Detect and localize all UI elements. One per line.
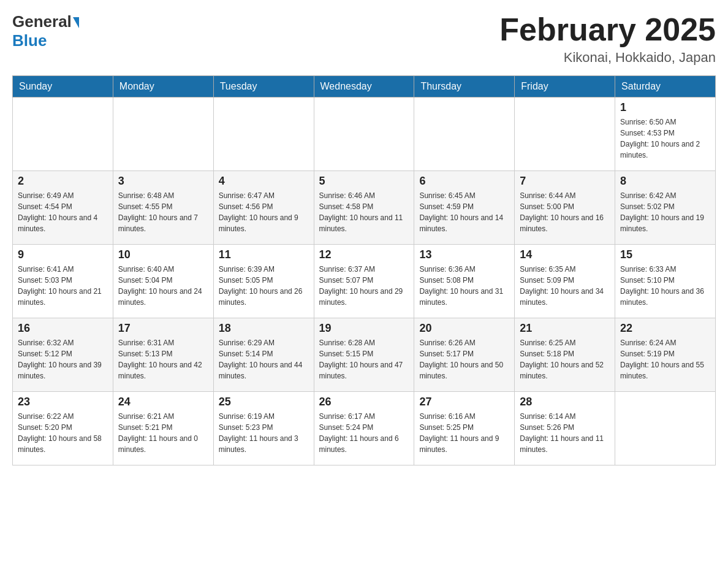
day-info: Sunrise: 6:21 AMSunset: 5:21 PMDaylight:… bbox=[118, 411, 208, 455]
day-info: Sunrise: 6:29 AMSunset: 5:14 PMDaylight:… bbox=[219, 337, 309, 381]
calendar-cell: 7Sunrise: 6:44 AMSunset: 5:00 PMDaylight… bbox=[515, 171, 615, 245]
day-info: Sunrise: 6:24 AMSunset: 5:19 PMDaylight:… bbox=[620, 337, 710, 381]
day-number: 6 bbox=[419, 175, 509, 188]
day-number: 9 bbox=[18, 248, 108, 261]
day-number: 15 bbox=[620, 248, 710, 261]
day-info: Sunrise: 6:48 AMSunset: 4:55 PMDaylight:… bbox=[118, 190, 208, 234]
calendar-week-2: 2Sunrise: 6:49 AMSunset: 4:54 PMDaylight… bbox=[13, 171, 716, 245]
day-number: 20 bbox=[419, 322, 509, 335]
day-number: 12 bbox=[319, 248, 409, 261]
day-info: Sunrise: 6:26 AMSunset: 5:17 PMDaylight:… bbox=[419, 337, 509, 381]
calendar-cell bbox=[314, 98, 414, 171]
calendar-header: SundayMondayTuesdayWednesdayThursdayFrid… bbox=[13, 76, 716, 98]
day-info: Sunrise: 6:49 AMSunset: 4:54 PMDaylight:… bbox=[18, 190, 108, 234]
calendar-cell bbox=[515, 98, 615, 171]
calendar-cell bbox=[615, 392, 716, 465]
day-number: 17 bbox=[118, 322, 208, 335]
day-info: Sunrise: 6:46 AMSunset: 4:58 PMDaylight:… bbox=[319, 190, 409, 234]
title-section: February 2025 Kikonai, Hokkaido, Japan bbox=[499, 12, 716, 66]
weekday-wednesday: Wednesday bbox=[314, 76, 414, 98]
calendar-cell: 21Sunrise: 6:25 AMSunset: 5:18 PMDayligh… bbox=[515, 318, 615, 392]
day-number: 3 bbox=[118, 175, 208, 188]
day-info: Sunrise: 6:45 AMSunset: 4:59 PMDaylight:… bbox=[419, 190, 509, 234]
calendar-cell: 16Sunrise: 6:32 AMSunset: 5:12 PMDayligh… bbox=[13, 318, 113, 392]
weekday-monday: Monday bbox=[113, 76, 213, 98]
calendar-cell: 6Sunrise: 6:45 AMSunset: 4:59 PMDaylight… bbox=[414, 171, 515, 245]
day-number: 26 bbox=[319, 396, 409, 408]
day-number: 19 bbox=[319, 322, 409, 335]
calendar-week-3: 9Sunrise: 6:41 AMSunset: 5:03 PMDaylight… bbox=[13, 245, 716, 318]
calendar-week-1: 1Sunrise: 6:50 AMSunset: 4:53 PMDaylight… bbox=[13, 98, 716, 171]
day-number: 23 bbox=[18, 396, 108, 408]
day-info: Sunrise: 6:16 AMSunset: 5:25 PMDaylight:… bbox=[419, 411, 509, 455]
day-info: Sunrise: 6:35 AMSunset: 5:09 PMDaylight:… bbox=[520, 264, 610, 308]
weekday-thursday: Thursday bbox=[414, 76, 515, 98]
day-info: Sunrise: 6:22 AMSunset: 5:20 PMDaylight:… bbox=[18, 411, 108, 455]
calendar-cell: 13Sunrise: 6:36 AMSunset: 5:08 PMDayligh… bbox=[414, 245, 515, 318]
calendar-table: SundayMondayTuesdayWednesdayThursdayFrid… bbox=[12, 75, 716, 465]
day-info: Sunrise: 6:37 AMSunset: 5:07 PMDaylight:… bbox=[319, 264, 409, 308]
calendar-cell: 17Sunrise: 6:31 AMSunset: 5:13 PMDayligh… bbox=[113, 318, 213, 392]
calendar-cell: 3Sunrise: 6:48 AMSunset: 4:55 PMDaylight… bbox=[113, 171, 213, 245]
calendar-cell: 5Sunrise: 6:46 AMSunset: 4:58 PMDaylight… bbox=[314, 171, 414, 245]
calendar-cell: 24Sunrise: 6:21 AMSunset: 5:21 PMDayligh… bbox=[113, 392, 213, 465]
day-number: 24 bbox=[118, 396, 208, 408]
day-number: 4 bbox=[219, 175, 309, 188]
day-number: 5 bbox=[319, 175, 409, 188]
calendar-cell bbox=[213, 98, 314, 171]
day-number: 13 bbox=[419, 248, 509, 261]
calendar-cell: 26Sunrise: 6:17 AMSunset: 5:24 PMDayligh… bbox=[314, 392, 414, 465]
page-header: General Blue February 2025 Kikonai, Hokk… bbox=[12, 12, 716, 66]
logo: General Blue bbox=[12, 12, 79, 50]
calendar-cell: 22Sunrise: 6:24 AMSunset: 5:19 PMDayligh… bbox=[615, 318, 716, 392]
calendar-body: 1Sunrise: 6:50 AMSunset: 4:53 PMDaylight… bbox=[13, 98, 716, 465]
day-info: Sunrise: 6:36 AMSunset: 5:08 PMDaylight:… bbox=[419, 264, 509, 308]
day-info: Sunrise: 6:31 AMSunset: 5:13 PMDaylight:… bbox=[118, 337, 208, 381]
calendar-cell bbox=[113, 98, 213, 171]
day-number: 14 bbox=[520, 248, 610, 261]
day-info: Sunrise: 6:42 AMSunset: 5:02 PMDaylight:… bbox=[620, 190, 710, 234]
calendar-cell: 18Sunrise: 6:29 AMSunset: 5:14 PMDayligh… bbox=[213, 318, 314, 392]
day-info: Sunrise: 6:17 AMSunset: 5:24 PMDaylight:… bbox=[319, 411, 409, 455]
day-number: 16 bbox=[18, 322, 108, 335]
calendar-cell: 28Sunrise: 6:14 AMSunset: 5:26 PMDayligh… bbox=[515, 392, 615, 465]
day-number: 21 bbox=[520, 322, 610, 335]
day-info: Sunrise: 6:47 AMSunset: 4:56 PMDaylight:… bbox=[219, 190, 309, 234]
calendar-cell: 9Sunrise: 6:41 AMSunset: 5:03 PMDaylight… bbox=[13, 245, 113, 318]
calendar-cell: 11Sunrise: 6:39 AMSunset: 5:05 PMDayligh… bbox=[213, 245, 314, 318]
day-number: 27 bbox=[419, 396, 509, 408]
day-number: 1 bbox=[620, 101, 710, 114]
weekday-friday: Friday bbox=[515, 76, 615, 98]
logo-triangle-icon bbox=[73, 17, 79, 28]
day-info: Sunrise: 6:19 AMSunset: 5:23 PMDaylight:… bbox=[219, 411, 309, 455]
day-number: 22 bbox=[620, 322, 710, 335]
day-info: Sunrise: 6:41 AMSunset: 5:03 PMDaylight:… bbox=[18, 264, 108, 308]
day-info: Sunrise: 6:39 AMSunset: 5:05 PMDaylight:… bbox=[219, 264, 309, 308]
day-number: 10 bbox=[118, 248, 208, 261]
calendar-cell: 20Sunrise: 6:26 AMSunset: 5:17 PMDayligh… bbox=[414, 318, 515, 392]
calendar-cell: 10Sunrise: 6:40 AMSunset: 5:04 PMDayligh… bbox=[113, 245, 213, 318]
day-info: Sunrise: 6:33 AMSunset: 5:10 PMDaylight:… bbox=[620, 264, 710, 308]
calendar-cell: 19Sunrise: 6:28 AMSunset: 5:15 PMDayligh… bbox=[314, 318, 414, 392]
calendar-cell: 8Sunrise: 6:42 AMSunset: 5:02 PMDaylight… bbox=[615, 171, 716, 245]
day-info: Sunrise: 6:40 AMSunset: 5:04 PMDaylight:… bbox=[118, 264, 208, 308]
calendar-cell: 15Sunrise: 6:33 AMSunset: 5:10 PMDayligh… bbox=[615, 245, 716, 318]
calendar-week-4: 16Sunrise: 6:32 AMSunset: 5:12 PMDayligh… bbox=[13, 318, 716, 392]
weekday-header-row: SundayMondayTuesdayWednesdayThursdayFrid… bbox=[13, 76, 716, 98]
location: Kikonai, Hokkaido, Japan bbox=[499, 50, 716, 66]
day-number: 28 bbox=[520, 396, 610, 408]
weekday-tuesday: Tuesday bbox=[213, 76, 314, 98]
calendar-cell: 14Sunrise: 6:35 AMSunset: 5:09 PMDayligh… bbox=[515, 245, 615, 318]
day-info: Sunrise: 6:28 AMSunset: 5:15 PMDaylight:… bbox=[319, 337, 409, 381]
weekday-sunday: Sunday bbox=[13, 76, 113, 98]
day-number: 11 bbox=[219, 248, 309, 261]
day-info: Sunrise: 6:50 AMSunset: 4:53 PMDaylight:… bbox=[620, 117, 710, 161]
logo-general-text: General bbox=[12, 12, 72, 31]
calendar-cell: 4Sunrise: 6:47 AMSunset: 4:56 PMDaylight… bbox=[213, 171, 314, 245]
calendar-cell: 2Sunrise: 6:49 AMSunset: 4:54 PMDaylight… bbox=[13, 171, 113, 245]
day-info: Sunrise: 6:14 AMSunset: 5:26 PMDaylight:… bbox=[520, 411, 610, 455]
day-number: 2 bbox=[18, 175, 108, 188]
month-title: February 2025 bbox=[499, 12, 716, 47]
day-info: Sunrise: 6:25 AMSunset: 5:18 PMDaylight:… bbox=[520, 337, 610, 381]
day-number: 18 bbox=[219, 322, 309, 335]
